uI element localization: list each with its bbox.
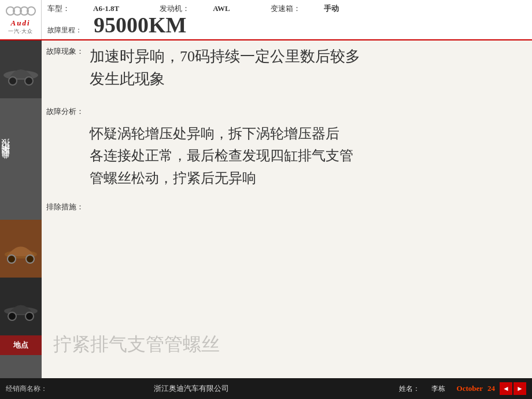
transmission-value: 手动 — [324, 3, 339, 14]
sidebar-bottom-spacer — [0, 355, 42, 378]
mileage-row: 故障里程： 95000KM — [47, 14, 526, 36]
fault-text-line1: 加速时异响，70码持续一定公里数后较多 — [90, 45, 520, 68]
analysis-label: 故障分析： — [46, 105, 90, 117]
car-type-value: A6-1.8T — [93, 4, 119, 13]
engine-value: AWL — [213, 4, 230, 13]
dealer-name: 浙江奥迪汽车有限公司 — [154, 383, 229, 394]
date-text: October — [457, 384, 483, 393]
car-silhouette-1 — [0, 40, 42, 98]
fault-text-line2: 发生此现象 — [90, 68, 520, 90]
sidebar-image-3 — [0, 278, 42, 335]
sidebar-location-block: 地点 — [0, 335, 42, 355]
remedy-content — [90, 201, 520, 212]
sidebar-vertical-text: 典型案例汇报 — [0, 146, 42, 172]
analysis-line1: 怀疑涡轮增压处异响，拆下涡轮增压器后 — [90, 123, 520, 145]
analysis-line2: 各连接处正常，最后检查发现四缸排气支管 — [90, 145, 520, 167]
car-type-label: 车型： — [47, 3, 70, 14]
top-header: Audi 一汽·大众 车型：A6-1.8T 发动机：AWL 变速箱：手动 故障里… — [0, 0, 532, 40]
dealer-label: 经销商名称： — [6, 384, 153, 394]
car-silhouette-2 — [0, 220, 42, 278]
sidebar-vertical-container: 典型案例汇报 — [0, 98, 42, 220]
name-label: 姓名： — [399, 384, 420, 394]
name-value: 李栋 — [431, 384, 445, 394]
mileage-label: 故障里程： — [47, 25, 94, 35]
content-main: 故障现象： 加速时异响，70码持续一定公里数后较多 发生此现象 故障分析： 怀疑… — [42, 40, 532, 378]
remedy-label: 排除措施： — [46, 201, 90, 212]
mileage-value: 95000KM — [94, 14, 186, 36]
prev-button[interactable]: ◄ — [500, 382, 512, 395]
faw-text: 一汽·大众 — [8, 28, 33, 35]
fault-section-label: 故障现象： — [46, 45, 90, 90]
svg-point-6 — [9, 77, 17, 85]
next-button[interactable]: ► — [513, 382, 526, 395]
transmission-label: 变速箱： — [271, 3, 301, 14]
audi-brand-text: Audi — [10, 19, 30, 28]
sidebar-image-2 — [0, 220, 42, 278]
sidebar: 典型案例汇报 地点 — [0, 40, 42, 378]
svg-point-7 — [25, 77, 33, 85]
remedy-section: 排除措施： — [46, 201, 520, 212]
header-info: 车型：A6-1.8T 发动机：AWL 变速箱：手动 故障里程： 95000KM — [42, 0, 532, 39]
svg-point-14 — [8, 312, 16, 320]
date-num: 24 — [487, 384, 495, 393]
content-area: 故障现象： 加速时异响，70码持续一定公里数后较多 发生此现象 故障分析： 怀疑… — [42, 40, 532, 378]
fault-phenomenon-section: 故障现象： 加速时异响，70码持续一定公里数后较多 发生此现象 — [46, 45, 520, 90]
car-silhouette-3 — [0, 278, 42, 335]
analysis-text-block: 怀疑涡轮增压处异响，拆下涡轮增压器后 各连接处正常，最后检查发现四缸排气支管 管… — [46, 123, 520, 189]
main-area: 典型案例汇报 地点 — [0, 40, 532, 378]
svg-point-11 — [26, 255, 34, 263]
sidebar-image-1 — [0, 40, 42, 98]
svg-point-10 — [8, 255, 16, 263]
nav-buttons: ◄ ► — [500, 382, 526, 395]
logo-area: Audi 一汽·大众 — [0, 0, 42, 39]
analysis-section: 故障分析： — [46, 105, 520, 117]
audi-rings-icon — [6, 5, 36, 17]
analysis-line3: 管螺丝松动，拧紧后无异响 — [90, 167, 520, 189]
svg-point-15 — [25, 312, 34, 320]
sidebar-location-label: 地点 — [13, 340, 28, 350]
bottom-bar: 经销商名称： 浙江奥迪汽车有限公司 姓名： 李栋 October 24 ◄ ► — [0, 378, 532, 399]
fault-content: 加速时异响，70码持续一定公里数后较多 发生此现象 — [90, 45, 520, 90]
